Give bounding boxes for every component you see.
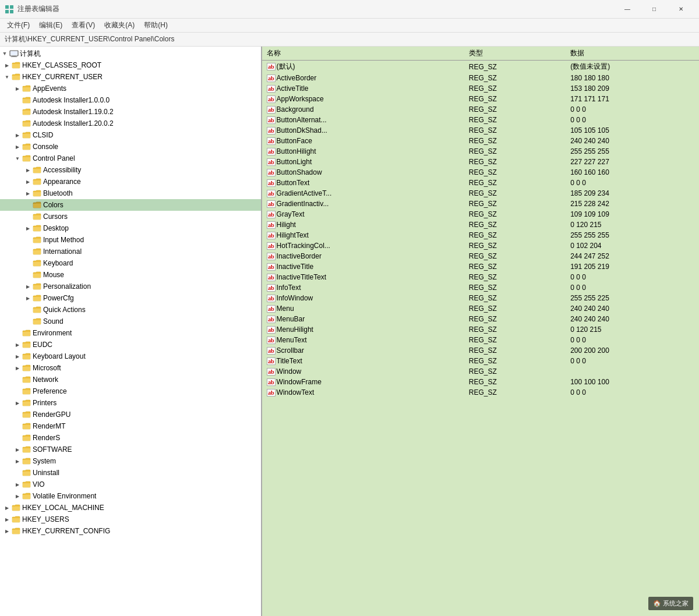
table-row[interactable]: abButtonLightREG_SZ227 227 227 <box>262 157 699 167</box>
menu-file[interactable]: 文件(F) <box>2 19 34 31</box>
tree-item[interactable]: Colors <box>0 199 261 211</box>
menu-help[interactable]: 帮助(H) <box>139 19 172 31</box>
tree-toggle-icon[interactable]: ▶ <box>13 130 22 140</box>
tree-item[interactable]: ▼ Control Panel <box>0 153 261 164</box>
tree-item[interactable]: ▶ PowerCfg <box>0 292 261 304</box>
table-row[interactable]: abInactiveBorderREG_SZ244 247 252 <box>262 251 699 261</box>
tree-toggle-icon[interactable]: ▶ <box>23 165 33 175</box>
tree-item[interactable]: ▶ Accessibility <box>0 164 261 176</box>
table-row[interactable]: abMenuHilightREG_SZ0 120 215 <box>262 324 699 335</box>
tree-item[interactable]: ▶ Appearance <box>0 176 261 187</box>
close-button[interactable]: ✕ <box>668 0 694 19</box>
root-toggle[interactable]: ▼ <box>0 49 9 58</box>
tree-item[interactable]: ▶ Desktop <box>0 222 261 234</box>
table-row[interactable]: abBackgroundREG_SZ0 0 0 <box>262 104 699 115</box>
tree-item[interactable]: RenderGPU <box>0 409 261 420</box>
tree-item[interactable]: Preference <box>0 385 261 397</box>
table-row[interactable]: abAppWorkspaceREG_SZ171 171 171 <box>262 94 699 104</box>
table-row[interactable]: abInfoWindowREG_SZ255 255 225 <box>262 293 699 303</box>
tree-toggle-icon[interactable]: ▶ <box>13 142 22 151</box>
table-row[interactable]: abScrollbarREG_SZ200 200 200 <box>262 345 699 356</box>
tree-item[interactable]: International <box>0 246 261 257</box>
menu-edit[interactable]: 编辑(E) <box>34 19 67 31</box>
tree-toggle-icon[interactable]: ▶ <box>2 503 12 512</box>
table-row[interactable]: abButtonFaceREG_SZ240 240 240 <box>262 136 699 146</box>
tree-toggle-icon[interactable]: ▶ <box>23 282 33 291</box>
tree-toggle-icon[interactable]: ▼ <box>2 72 12 82</box>
tree-toggle-icon[interactable]: ▶ <box>13 363 22 373</box>
tree-toggle-icon[interactable]: ▶ <box>23 189 33 198</box>
tree-item[interactable]: Sound <box>0 316 261 327</box>
tree-item[interactable]: ▶ Personalization <box>0 281 261 292</box>
tree-toggle-icon[interactable]: ▶ <box>13 340 22 349</box>
tree-item[interactable]: ▶ HKEY_LOCAL_MACHINE <box>0 502 261 514</box>
table-row[interactable]: abMenuREG_SZ240 240 240 <box>262 303 699 314</box>
tree-toggle-icon[interactable]: ▶ <box>23 177 33 186</box>
tree-item[interactable]: ▶ System <box>0 455 261 467</box>
tree-item[interactable]: ▶ AppEvents <box>0 83 261 94</box>
menu-favorites[interactable]: 收藏夹(A) <box>100 19 139 31</box>
tree-item[interactable]: Autodesk Installer1.0.0.0 <box>0 94 261 106</box>
tree-toggle-icon[interactable]: ▶ <box>13 352 22 361</box>
tree-item[interactable]: ▶ HKEY_CURRENT_CONFIG <box>0 525 261 537</box>
table-row[interactable]: abWindowREG_SZ <box>262 366 699 377</box>
table-row[interactable]: abInactiveTitleTextREG_SZ0 0 0 <box>262 272 699 282</box>
tree-item[interactable]: ▶ EUDC <box>0 339 261 351</box>
table-row[interactable]: abButtonShadowREG_SZ160 160 160 <box>262 167 699 178</box>
table-row[interactable]: abButtonAlternat...REG_SZ0 0 0 <box>262 115 699 125</box>
table-row[interactable]: ab(默认)REG_SZ(数值未设置) <box>262 61 699 73</box>
tree-item[interactable]: RenderS <box>0 432 261 444</box>
tree-root[interactable]: ▼ 计算机 <box>0 48 261 59</box>
table-row[interactable]: abInfoTextREG_SZ0 0 0 <box>262 282 699 293</box>
tree-toggle-icon[interactable]: ▶ <box>23 224 33 233</box>
minimize-button[interactable]: — <box>614 0 641 19</box>
tree-toggle-icon[interactable]: ▶ <box>23 293 33 303</box>
tree-toggle-icon[interactable]: ▶ <box>2 61 12 70</box>
tree-item[interactable]: ▶ HKEY_CLASSES_ROOT <box>0 59 261 71</box>
table-row[interactable]: abHilightTextREG_SZ255 255 255 <box>262 230 699 240</box>
tree-item[interactable]: ▼ HKEY_CURRENT_USER <box>0 71 261 83</box>
tree-toggle-icon[interactable]: ▶ <box>13 84 22 93</box>
table-row[interactable]: abInactiveTitleREG_SZ191 205 219 <box>262 261 699 272</box>
table-row[interactable]: abGradientActiveT...REG_SZ185 209 234 <box>262 188 699 199</box>
tree-item[interactable]: ▶ SOFTWARE <box>0 444 261 455</box>
tree-item[interactable]: ▶ Printers <box>0 397 261 409</box>
tree-item[interactable]: Cursors <box>0 211 261 222</box>
tree-item[interactable]: Uninstall <box>0 467 261 479</box>
menu-view[interactable]: 查看(V) <box>67 19 100 31</box>
tree-item[interactable]: ▶ VIO <box>0 479 261 490</box>
tree-toggle-icon[interactable]: ▶ <box>2 526 12 536</box>
table-row[interactable]: abActiveBorderREG_SZ180 180 180 <box>262 73 699 83</box>
tree-item[interactable]: Quick Actions <box>0 304 261 316</box>
tree-item[interactable]: Mouse <box>0 269 261 281</box>
tree-item[interactable]: RenderMT <box>0 420 261 432</box>
tree-item[interactable]: ▶ Volatile Environment <box>0 490 261 502</box>
tree-toggle-icon[interactable]: ▶ <box>13 480 22 489</box>
maximize-button[interactable]: □ <box>641 0 668 19</box>
table-row[interactable]: abButtonDkShad...REG_SZ105 105 105 <box>262 125 699 136</box>
table-row[interactable]: abMenuBarREG_SZ240 240 240 <box>262 314 699 324</box>
tree-toggle-icon[interactable]: ▶ <box>13 445 22 454</box>
tree-toggle-icon[interactable]: ▶ <box>13 491 22 501</box>
tree-toggle-icon[interactable]: ▶ <box>2 515 12 524</box>
tree-panel[interactable]: ▼ 计算机 ▶ HKEY_CLASSES_ROOT▼ HKEY_CURRENT_… <box>0 47 262 616</box>
tree-item[interactable]: ▶ Microsoft <box>0 362 261 374</box>
tree-item[interactable]: ▶ HKEY_USERS <box>0 514 261 525</box>
tree-toggle-icon[interactable]: ▼ <box>13 154 22 163</box>
tree-item[interactable]: ▶ Keyboard Layout <box>0 351 261 362</box>
table-row[interactable]: abButtonHilightREG_SZ255 255 255 <box>262 146 699 157</box>
table-row[interactable]: abHilightREG_SZ0 120 215 <box>262 220 699 230</box>
table-row[interactable]: abButtonTextREG_SZ0 0 0 <box>262 178 699 188</box>
table-row[interactable]: abHotTrackingCol...REG_SZ0 102 204 <box>262 240 699 251</box>
tree-toggle-icon[interactable]: ▶ <box>13 456 22 466</box>
tree-item[interactable]: Input Method <box>0 234 261 246</box>
registry-panel[interactable]: 名称 类型 数据 ab(默认)REG_SZ(数值未设置)abActiveBord… <box>262 47 699 616</box>
table-row[interactable]: abWindowTextREG_SZ0 0 0 <box>262 387 699 398</box>
table-row[interactable]: abTitleTextREG_SZ0 0 0 <box>262 356 699 366</box>
tree-item[interactable]: Keyboard <box>0 257 261 269</box>
tree-item[interactable]: Network <box>0 374 261 385</box>
tree-item[interactable]: Autodesk Installer1.19.0.2 <box>0 106 261 118</box>
table-row[interactable]: abGradientInactiv...REG_SZ215 228 242 <box>262 199 699 209</box>
tree-item[interactable]: ▶ CLSID <box>0 129 261 141</box>
tree-toggle-icon[interactable]: ▶ <box>13 398 22 408</box>
